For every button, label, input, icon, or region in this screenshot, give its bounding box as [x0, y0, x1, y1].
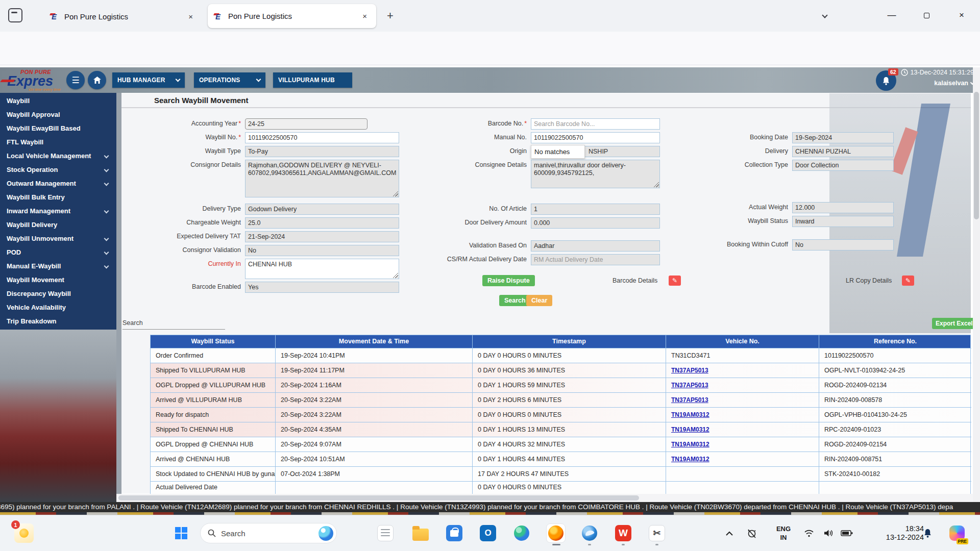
barcode-details-edit-icon[interactable]: ✎	[669, 276, 681, 286]
volume-icon[interactable]	[819, 523, 838, 543]
textarea-resize-handle[interactable]	[391, 271, 398, 278]
clear-button[interactable]: Clear	[526, 295, 552, 306]
sidebar-item-waybill-ewaybill-based[interactable]: Waybill EwayBill Based	[0, 121, 116, 135]
tab-close-icon[interactable]: ×	[359, 11, 370, 21]
accounting-year-field[interactable]: 24-25	[245, 118, 368, 130]
battery-icon[interactable]	[837, 523, 856, 543]
export-excel-button[interactable]: Export Excel	[932, 318, 976, 329]
sidebar-item-manual-e-waybill[interactable]: Manual E-Waybill	[0, 259, 116, 273]
sidebar-item-waybill-delivery[interactable]: Waybill Delivery	[0, 218, 116, 232]
new-tab-button[interactable]: +	[387, 9, 394, 22]
sidebar-item-outward-management[interactable]: Outward Management	[0, 177, 116, 190]
waybill-type-field[interactable]: To-Pay	[245, 146, 399, 157]
sidebar-item-waybill-approval[interactable]: Waybill Approval	[0, 108, 116, 121]
snipping-tool-icon[interactable]: ✂	[647, 523, 667, 543]
hub-dropdown[interactable]: VILLUPURAM HUB	[273, 72, 352, 88]
delivery-field[interactable]: CHENNAI PUZHAL	[792, 146, 894, 157]
search-highlights-icon[interactable]	[318, 526, 333, 541]
vertical-scrollbar[interactable]	[973, 67, 980, 502]
tab-list-chevron-icon[interactable]	[823, 10, 827, 19]
notification-bell-icon[interactable]	[918, 523, 937, 543]
results-search-label: Search	[122, 319, 143, 327]
sidebar-toggle-icon[interactable]: ☰	[66, 71, 85, 89]
raise-dispute-button[interactable]: Raise Dispute	[482, 275, 535, 286]
widgets-weather-icon[interactable]: 1	[14, 523, 34, 543]
manual-no-field[interactable]: 10119022500570	[531, 132, 660, 143]
sidebar-item-waybill-unmovement[interactable]: Waybill Unmovement	[0, 232, 116, 245]
horizontal-scrollbar[interactable]	[116, 494, 973, 502]
delivery-type-field[interactable]: Godown Delivery	[245, 204, 399, 215]
reference-cell: OGPL-NVLT-0103942-24-25	[819, 363, 971, 378]
window-close-button[interactable]: ×	[954, 8, 969, 22]
sidebar-item-pod[interactable]: POD	[0, 245, 116, 259]
firefox-icon-active[interactable]	[546, 523, 566, 543]
lr-copy-edit-icon[interactable]: ✎	[902, 276, 914, 286]
sidebar-item-local-vehicle-management[interactable]: Local Vehicle Management	[0, 149, 116, 163]
firefox-view-icon[interactable]	[8, 8, 22, 22]
role-dropdown[interactable]: HUB MANAGER	[112, 72, 185, 88]
sidebar-item-waybill-bulk-entry[interactable]: Waybill Bulk Entry	[0, 190, 116, 204]
edge-icon[interactable]	[512, 523, 531, 543]
sidebar-item-inward-management[interactable]: Inward Management	[0, 204, 116, 218]
sidebar-item-vehicle-availability[interactable]: Vehicle Availability	[0, 300, 116, 314]
sidebar-item-ftl-waybill[interactable]: FTL Waybill	[0, 135, 116, 149]
currently-in-field[interactable]: CHENNAI HUB	[245, 259, 399, 279]
vehicle-link[interactable]: TN37AP5013	[671, 382, 708, 389]
horizontal-scrollbar-thumb[interactable]	[118, 495, 639, 500]
copilot-icon[interactable]: PRE	[947, 523, 967, 543]
waybill-no-field[interactable]: 10119022500570	[245, 132, 399, 143]
wps-office-icon[interactable]: W	[614, 523, 633, 543]
actual-weight-field[interactable]: 12.000	[792, 202, 894, 213]
door-delivery-amount-field[interactable]: 0.000	[531, 217, 660, 229]
sidebar-item-discrepancy-waybill[interactable]: Discrepancy Waybill	[0, 287, 116, 300]
vehicle-link[interactable]: TN19AM0312	[671, 426, 709, 433]
browser-tab-2-active[interactable]: Pon Pure Logistics ×	[208, 4, 376, 28]
sidebar-item-waybill-movement[interactable]: Waybill Movement	[0, 273, 116, 287]
no-of-article-field[interactable]: 1	[531, 204, 660, 215]
language-indicator[interactable]: ENGIN	[772, 524, 795, 542]
sidebar-item-trip-breakdown[interactable]: Trip Breakdown	[0, 314, 116, 328]
sidebar-item-stock-operation[interactable]: Stock Operation	[0, 163, 116, 177]
booking-within-cutoff-field[interactable]: No	[792, 239, 894, 251]
chargeable-weight-field[interactable]: 25.0	[245, 217, 399, 229]
vehicle-link[interactable]: TN19AM0312	[671, 456, 709, 463]
consignee-details-field[interactable]: manivel,thiruvallur door delivery-600099…	[531, 160, 660, 188]
app-window-icon[interactable]	[376, 523, 395, 543]
booking-date-field[interactable]: 19-Sep-2024	[792, 132, 894, 143]
wifi-icon[interactable]	[799, 523, 819, 543]
microsoft-store-icon[interactable]	[445, 523, 464, 543]
start-button[interactable]	[172, 523, 191, 543]
vertical-scrollbar-thumb[interactable]	[974, 92, 979, 219]
waybill-status-field[interactable]: Inward	[792, 216, 894, 227]
user-menu[interactable]: kalaiselvan	[934, 80, 974, 87]
validation-based-on-field[interactable]: Aadhar	[531, 240, 660, 252]
taskbar-clock[interactable]: 18:3413-12-2024	[862, 524, 924, 542]
outlook-icon[interactable]: O	[478, 523, 498, 543]
tray-chevron-up-icon[interactable]	[720, 523, 739, 543]
vehicle-link[interactable]: TN19AM0312	[671, 441, 709, 448]
cs-rm-actual-delivery-date-field[interactable]: RM Actual Delivery Date	[531, 254, 660, 265]
form-column-3: Booking Date19-Sep-2024DeliveryCHENNAI P…	[670, 132, 904, 253]
sidebar-item-waybill[interactable]: Waybill	[0, 94, 116, 108]
thunderbird-icon[interactable]	[580, 523, 599, 543]
vehicle-link[interactable]: TN19AM0312	[671, 411, 709, 418]
alarm-off-icon[interactable]	[742, 523, 762, 543]
file-explorer-icon[interactable]	[411, 523, 430, 543]
barcode-no-field[interactable]: Search Barcode No...	[531, 118, 660, 130]
vehicle-link[interactable]: TN37AP5013	[671, 367, 708, 374]
consignor-details-field[interactable]: Rajmohan,GODOWN DELIVERY @ NEYVELI-60780…	[245, 160, 399, 197]
home-icon[interactable]	[88, 71, 106, 89]
browser-tab-1[interactable]: Pon Pure Logistics ×	[44, 5, 202, 28]
barcode-enabled-field[interactable]: Yes	[245, 282, 399, 293]
window-minimize-button[interactable]: —	[884, 8, 899, 22]
tab-close-icon[interactable]: ×	[185, 11, 196, 22]
collection-type-field[interactable]: Door Collection	[792, 160, 894, 171]
results-search-input[interactable]	[122, 329, 225, 330]
textarea-resize-handle[interactable]	[652, 181, 659, 187]
consignor-validation-field[interactable]: No	[245, 245, 399, 256]
expected-delivery-tat-field[interactable]: 21-Sep-2024	[245, 231, 399, 242]
vehicle-link[interactable]: TN37AP5013	[671, 396, 708, 404]
window-maximize-button[interactable]	[919, 8, 934, 22]
module-dropdown[interactable]: OPERATIONS	[194, 72, 265, 88]
taskbar-search-box[interactable]: Search	[200, 523, 337, 543]
